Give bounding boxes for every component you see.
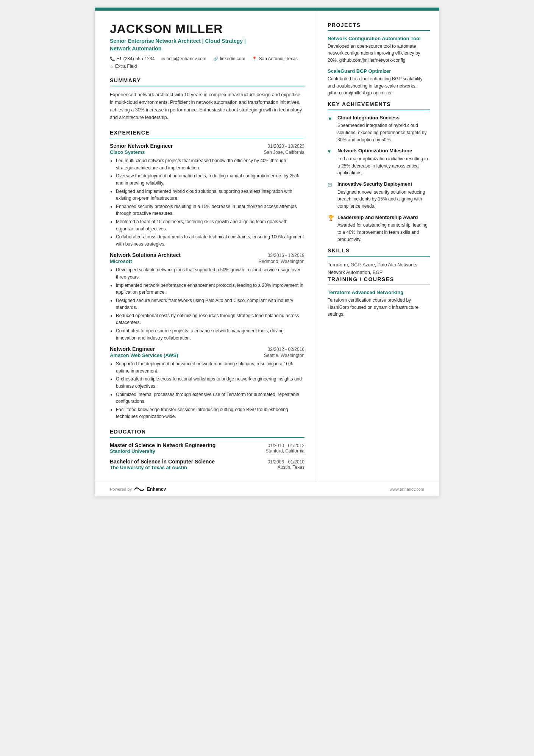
edu-degree-1: Master of Science in Network Engineering	[110, 442, 215, 448]
edu-degree-2: Bachelor of Science in Computer Science	[110, 459, 215, 465]
enhancv-logo-icon	[134, 486, 145, 493]
bullet-item: Developed scalable network plans that su…	[116, 266, 304, 280]
achievement-desc-1: Spearheaded integration of hybrid cloud …	[337, 122, 430, 143]
training-course-title-1: Terraform Advanced Networking	[328, 290, 430, 295]
location-icon: 📍	[252, 56, 257, 61]
extra-contact: ☆ Extra Field	[110, 64, 137, 69]
training-course-desc-1: Terraform certification course provided …	[328, 297, 430, 318]
bullet-item: Optimized internal processes through ext…	[116, 391, 304, 405]
summary-title: SUMMARY	[110, 77, 304, 83]
job-date-1: 01/2020 - 10/2023	[268, 144, 304, 149]
bullet-item: Oversaw the deployment of automation too…	[116, 172, 304, 186]
phone-contact: 📞 +1-(234)-555-1234	[110, 56, 155, 61]
resume-body: JACKSON MILLER Senior Enterprise Network…	[95, 11, 439, 482]
job-company-1: Cisco Systems	[110, 149, 145, 155]
achievement-item-3: ⊟ Innovative Security Deployment Designe…	[328, 181, 430, 210]
achievement-title-2: Network Optimization Milestone	[337, 148, 430, 154]
powered-by-label: Powered by	[110, 487, 132, 491]
achievement-title-3: Innovative Security Deployment	[337, 181, 430, 188]
job-company-2: Microsoft	[110, 258, 132, 264]
edu-location-1: Stanford, California	[265, 448, 304, 454]
projects-title: PROJECTS	[328, 22, 430, 28]
achievement-item-1: ★ Cloud Integration Success Spearheaded …	[328, 115, 430, 144]
training-divider	[328, 285, 430, 285]
job-bullets-2: Developed scalable network plans that su…	[110, 266, 304, 341]
education-section: EDUCATION Master of Science in Network E…	[110, 429, 304, 470]
edu-uni-2: The University of Texas at Austin	[110, 465, 187, 470]
project-desc-2: Contributed to a tool enhancing BGP scal…	[328, 75, 430, 97]
training-title: TRAINING / COURSES	[328, 276, 430, 282]
project-title-1: Network Configuration Automation Tool	[328, 36, 430, 41]
header-section: JACKSON MILLER Senior Enterprise Network…	[110, 22, 304, 69]
achievement-item-2: ♥ Network Optimization Milestone Led a m…	[328, 148, 430, 177]
edu-date-2: 01/2006 - 01/2010	[268, 459, 304, 465]
location-contact: 📍 San Antonio, Texas	[252, 56, 298, 61]
achievement-title-1: Cloud Integration Success	[337, 115, 430, 121]
star-icon: ☆	[110, 64, 114, 69]
right-column: PROJECTS Network Configuration Automatio…	[318, 11, 439, 482]
project-title-2: ScaleGuard BGP Optimizer	[328, 68, 430, 74]
bullet-item: Facilitated knowledge transfer sessions …	[116, 406, 304, 420]
footer: Powered by Enhancv www.enhancv.com	[95, 482, 439, 496]
experience-title: EXPERIENCE	[110, 130, 304, 136]
link-icon: 🔗	[213, 56, 219, 61]
edu-item-1: Master of Science in Network Engineering…	[110, 442, 304, 454]
achievement-icon-3: ⊟	[328, 182, 334, 188]
job-location-2: Redmond, Washington	[258, 259, 304, 264]
bullet-item: Reduced operational costs by optimizing …	[116, 312, 304, 326]
training-section: TRAINING / COURSES Terraform Advanced Ne…	[328, 276, 430, 318]
skills-divider	[328, 256, 430, 257]
bullet-item: Designed secure network frameworks using…	[116, 297, 304, 311]
job-bullets-1: Led multi-cloud network projects that in…	[110, 157, 304, 247]
brand-name: Enhancv	[147, 487, 166, 492]
job-bullets-3: Supported the deployment of advanced net…	[110, 360, 304, 420]
bullet-item: Mentored a team of 10 engineers, fosteri…	[116, 218, 304, 232]
footer-website: www.enhancv.com	[390, 487, 424, 491]
project-item-2: ScaleGuard BGP Optimizer Contributed to …	[328, 68, 430, 97]
achievement-desc-3: Designed a novel security solution reduc…	[337, 189, 430, 210]
bullet-item: Designed and implemented hybrid cloud so…	[116, 188, 304, 202]
job-location-3: Seattle, Washington	[264, 353, 304, 358]
achievement-desc-4: Awarded for outstanding mentorship, lead…	[337, 222, 430, 243]
project-item-1: Network Configuration Automation Tool De…	[328, 36, 430, 64]
edu-item-2: Bachelor of Science in Computer Science …	[110, 459, 304, 470]
summary-section: SUMMARY Experienced network architect wi…	[110, 77, 304, 121]
skills-section: SKILLS Terraform, GCP, Azure, Palo Alto …	[328, 247, 430, 276]
achievement-item-4: 🏆 Leadership and Mentorship Award Awarde…	[328, 214, 430, 243]
achievement-desc-2: Led a major optimization initiative resu…	[337, 155, 430, 177]
projects-section: PROJECTS Network Configuration Automatio…	[328, 22, 430, 97]
project-desc-1: Developed an open-source tool to automat…	[328, 43, 430, 64]
projects-divider	[328, 30, 430, 31]
edu-date-1: 01/2010 - 01/2012	[268, 443, 304, 448]
summary-divider	[110, 86, 304, 86]
candidate-name: JACKSON MILLER	[110, 22, 304, 36]
achievements-section: KEY ACHIEVEMENTS ★ Cloud Integration Suc…	[328, 101, 430, 243]
job-date-2: 03/2016 - 12/2019	[268, 253, 304, 258]
job-title-3: Network Engineer	[110, 346, 155, 352]
bullet-item: Implemented network performance enhancem…	[116, 282, 304, 296]
achievement-icon-2: ♥	[328, 148, 334, 154]
bullet-item: Enhanced security protocols resulting in…	[116, 203, 304, 217]
job-date-3: 02/2012 - 02/2016	[268, 347, 304, 352]
summary-text: Experienced network architect with 10 ye…	[110, 91, 304, 121]
job-item-3: Network Engineer 02/2012 - 02/2016 Amazo…	[110, 346, 304, 420]
skills-text: Terraform, GCP, Azure, Palo Alto Network…	[328, 261, 430, 276]
bullet-item: Collaborated across departments to artic…	[116, 233, 304, 247]
bullet-item: Contributed to open-source projects to e…	[116, 327, 304, 341]
job-company-3: Amazon Web Services (AWS)	[110, 352, 178, 358]
phone-icon: 📞	[110, 56, 115, 61]
edu-location-2: Austin, Texas	[278, 465, 304, 470]
job-item-2: Network Solutions Architect 03/2016 - 12…	[110, 252, 304, 341]
job-item-1: Senior Network Engineer 01/2020 - 10/202…	[110, 143, 304, 247]
edu-uni-1: Stanford University	[110, 448, 155, 454]
job-title-2: Network Solutions Architect	[110, 252, 181, 258]
candidate-title: Senior Enterprise Network Architect | Cl…	[110, 38, 304, 52]
bullet-item: Led multi-cloud network projects that in…	[116, 157, 304, 171]
job-location-1: San Jose, California	[264, 150, 304, 155]
experience-section: EXPERIENCE Senior Network Engineer 01/20…	[110, 130, 304, 420]
left-column: JACKSON MILLER Senior Enterprise Network…	[95, 11, 318, 482]
resume-page: JACKSON MILLER Senior Enterprise Network…	[95, 8, 439, 496]
achievements-divider	[328, 110, 430, 110]
bullet-item: Supported the deployment of advanced net…	[116, 360, 304, 374]
achievement-title-4: Leadership and Mentorship Award	[337, 214, 430, 221]
